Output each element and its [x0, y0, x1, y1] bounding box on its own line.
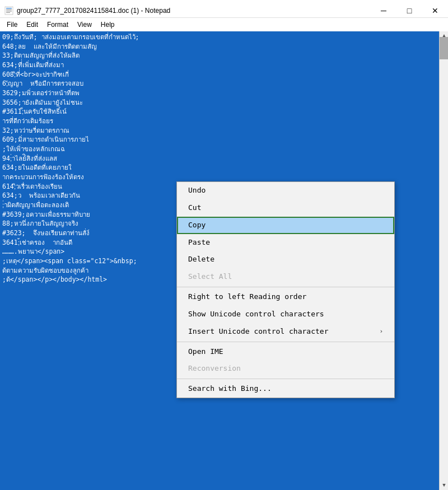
menu-format[interactable]: Format — [43, 20, 73, 30]
ctx-separator-2 — [177, 342, 394, 342]
ctx-rtl[interactable]: Right to left Reading order — [177, 288, 394, 306]
window-title: group27_7777_20170824115841.doc (1) - No… — [17, 7, 170, 15]
notepad-icon — [4, 6, 13, 15]
ctx-arrow-icon: › — [379, 327, 383, 336]
menu-view[interactable]: View — [73, 20, 96, 30]
ctx-search-bing[interactable]: Search with Bing... — [177, 380, 394, 398]
title-bar-controls: ─ □ ✕ — [371, 2, 448, 20]
scrollbar-vertical[interactable]: ▲ ▼ — [439, 31, 448, 490]
ctx-undo[interactable]: Undo — [177, 182, 394, 199]
ctx-cut[interactable]: Cut — [177, 199, 394, 217]
scroll-down-arrow[interactable]: ▼ — [440, 481, 448, 490]
svg-rect-1 — [6, 8, 12, 9]
ctx-insert-unicode[interactable]: Insert Unicode control character › — [177, 323, 394, 340]
ctx-copy[interactable]: Copy — [177, 217, 394, 234]
svg-rect-4 — [6, 12, 10, 13]
minimize-button[interactable]: ─ — [371, 2, 396, 20]
ctx-show-unicode[interactable]: Show Unicode control characters — [177, 306, 394, 323]
svg-rect-2 — [6, 10, 12, 10]
menu-help[interactable]: Help — [96, 20, 119, 30]
menu-bar: File Edit Format View Help — [0, 18, 448, 31]
ctx-open-ime[interactable]: Open IME — [177, 343, 394, 361]
scroll-thumb[interactable] — [440, 37, 448, 59]
title-bar: group27_7777_20170824115841.doc (1) - No… — [0, 0, 448, 18]
maximize-button[interactable]: □ — [396, 2, 422, 20]
ctx-separator-1 — [177, 287, 394, 287]
ctx-select-all[interactable]: Select All — [177, 268, 394, 286]
title-bar-left: group27_7777_20170824115841.doc (1) - No… — [0, 6, 170, 15]
text-area[interactable]: 09;ถึงวันที; าส่งมอบเตามกรอบเขตที่กำหนดไ… — [0, 31, 448, 490]
svg-rect-3 — [6, 11, 12, 11]
menu-edit[interactable]: Edit — [22, 20, 43, 30]
ctx-delete[interactable]: Delete — [177, 251, 394, 268]
menu-file[interactable]: File — [2, 20, 22, 30]
ctx-separator-3 — [177, 379, 394, 379]
context-menu: Undo Cut Copy Paste Delete Select All Ri… — [176, 181, 395, 398]
ctx-reconversion[interactable]: Reconversion — [177, 360, 394, 377]
close-button[interactable]: ✕ — [422, 2, 448, 20]
ctx-paste[interactable]: Paste — [177, 234, 394, 251]
